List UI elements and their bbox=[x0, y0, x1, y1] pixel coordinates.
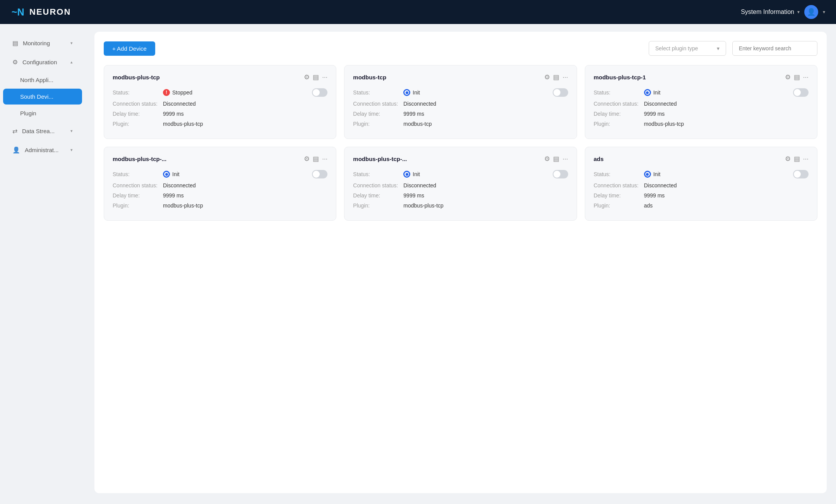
more-icon[interactable]: ··· bbox=[803, 155, 809, 163]
plugin-value: modbus-plus-tcp bbox=[163, 121, 203, 127]
keyword-search-input[interactable] bbox=[732, 41, 817, 56]
connection-row: Connection status: Disconnected bbox=[113, 182, 327, 189]
card-header: modbus-plus-tcp ⚙ ▤ ··· bbox=[113, 73, 327, 81]
delay-label: Delay time: bbox=[113, 111, 163, 117]
svg-text:~N: ~N bbox=[12, 7, 24, 17]
delay-row: Delay time: 9999 ms bbox=[113, 111, 327, 117]
delay-value: 9999 ms bbox=[163, 192, 184, 199]
status-value-row: ! Stopped bbox=[163, 89, 312, 96]
more-icon[interactable]: ··· bbox=[322, 155, 327, 163]
gear-icon[interactable]: ⚙ bbox=[785, 155, 791, 163]
sidebar-item-plugin-label: Plugin bbox=[20, 110, 36, 117]
delay-value: 9999 ms bbox=[644, 111, 665, 117]
more-icon[interactable]: ··· bbox=[322, 74, 327, 81]
card-header: modbus-plus-tcp-1 ⚙ ▤ ··· bbox=[594, 73, 809, 81]
delay-value: 9999 ms bbox=[644, 192, 665, 199]
logo: ~N NEURON bbox=[11, 5, 71, 19]
device-toggle[interactable] bbox=[553, 170, 568, 178]
card-header: modbus-tcp ⚙ ▤ ··· bbox=[353, 73, 568, 81]
user-avatar-button[interactable]: 👤 bbox=[804, 5, 818, 19]
status-row: Status: ! Stopped bbox=[113, 88, 327, 97]
device-toggle[interactable] bbox=[312, 170, 327, 178]
plugin-label: Plugin: bbox=[594, 121, 644, 127]
user-chevron-icon: ▾ bbox=[823, 9, 825, 15]
chart-icon[interactable]: ▤ bbox=[313, 155, 319, 163]
connection-label: Connection status: bbox=[594, 182, 644, 189]
chart-icon[interactable]: ▤ bbox=[794, 155, 800, 163]
connection-value: Disconnected bbox=[403, 101, 436, 107]
user-icon: 👤 bbox=[807, 8, 815, 16]
card-title: modbus-plus-tcp-... bbox=[113, 156, 301, 162]
status-label: Status: bbox=[353, 89, 403, 96]
status-value: Init bbox=[172, 171, 180, 177]
status-value: Init bbox=[653, 89, 661, 96]
connection-value: Disconnected bbox=[644, 182, 677, 189]
card-header: ads ⚙ ▤ ··· bbox=[594, 155, 809, 163]
plugin-label: Plugin: bbox=[113, 202, 163, 209]
card-title: modbus-plus-tcp-1 bbox=[594, 74, 782, 81]
chart-icon[interactable]: ▤ bbox=[553, 73, 559, 81]
chart-icon[interactable]: ▤ bbox=[794, 73, 800, 81]
status-value-row: Init bbox=[403, 171, 552, 178]
data-stream-icon: ⇄ bbox=[12, 127, 17, 135]
gear-icon[interactable]: ⚙ bbox=[544, 73, 550, 81]
device-toggle[interactable] bbox=[312, 88, 327, 97]
gear-icon[interactable]: ⚙ bbox=[785, 73, 791, 81]
sidebar-item-data-stream[interactable]: ⇄ Data Strea... ▾ bbox=[3, 122, 82, 140]
sidebar-item-administration[interactable]: 👤 Administrat... ▾ bbox=[3, 141, 82, 159]
device-toggle[interactable] bbox=[553, 88, 568, 97]
plugin-value: ads bbox=[644, 202, 653, 209]
chart-icon[interactable]: ▤ bbox=[553, 155, 559, 163]
plugin-row: Plugin: modbus-plus-tcp bbox=[113, 121, 327, 127]
connection-row: Connection status: Disconnected bbox=[594, 182, 809, 189]
status-value: Init bbox=[413, 171, 420, 177]
sidebar-item-monitoring[interactable]: ▤ Monitoring ▾ bbox=[3, 34, 82, 52]
plugin-select-chevron-icon: ▾ bbox=[717, 45, 720, 51]
device-toggle[interactable] bbox=[793, 88, 809, 97]
add-device-button[interactable]: + Add Device bbox=[104, 41, 155, 56]
sidebar-item-administration-label: Administrat... bbox=[25, 147, 66, 153]
gear-icon[interactable]: ⚙ bbox=[544, 155, 550, 163]
sidebar-item-south-devi[interactable]: South Devi... bbox=[3, 89, 82, 105]
more-icon[interactable]: ··· bbox=[562, 155, 568, 163]
more-icon[interactable]: ··· bbox=[562, 74, 568, 81]
connection-label: Connection status: bbox=[353, 101, 403, 107]
sidebar-item-north-appli[interactable]: North Appli... bbox=[3, 72, 82, 88]
status-value-row: Init bbox=[403, 89, 552, 96]
device-toggle[interactable] bbox=[793, 170, 809, 178]
plugin-type-select[interactable]: Select plugin type ▾ bbox=[649, 41, 726, 56]
plugin-row: Plugin: ads bbox=[594, 202, 809, 209]
sidebar-item-data-stream-label: Data Strea... bbox=[22, 128, 66, 134]
monitoring-chevron-icon: ▾ bbox=[70, 41, 73, 46]
connection-label: Connection status: bbox=[113, 101, 163, 107]
status-label: Status: bbox=[594, 89, 644, 96]
card-title: modbus-tcp bbox=[353, 74, 541, 81]
delay-row: Delay time: 9999 ms bbox=[113, 192, 327, 199]
status-value: Init bbox=[653, 171, 661, 177]
gear-icon[interactable]: ⚙ bbox=[304, 73, 310, 81]
status-init-icon bbox=[644, 89, 651, 96]
configuration-chevron-icon: ▴ bbox=[70, 60, 73, 65]
status-label: Status: bbox=[113, 89, 163, 96]
header-right: System Information ▾ 👤 ▾ bbox=[741, 5, 825, 19]
sidebar-item-monitoring-label: Monitoring bbox=[23, 40, 66, 46]
plugin-value: modbus-tcp bbox=[403, 121, 432, 127]
status-value-row: Init bbox=[644, 89, 793, 96]
gear-icon[interactable]: ⚙ bbox=[304, 155, 310, 163]
connection-label: Connection status: bbox=[353, 182, 403, 189]
plugin-row: Plugin: modbus-plus-tcp bbox=[594, 121, 809, 127]
delay-value: 9999 ms bbox=[403, 192, 424, 199]
content-card: + Add Device Select plugin type ▾ modbus… bbox=[94, 32, 827, 493]
monitor-icon: ▤ bbox=[12, 39, 18, 47]
delay-row: Delay time: 9999 ms bbox=[594, 111, 809, 117]
connection-row: Connection status: Disconnected bbox=[353, 101, 568, 107]
connection-row: Connection status: Disconnected bbox=[594, 101, 809, 107]
more-icon[interactable]: ··· bbox=[803, 74, 809, 81]
sidebar-item-plugin[interactable]: Plugin bbox=[3, 105, 82, 121]
sidebar-item-configuration[interactable]: ⚙ Configuration ▴ bbox=[3, 53, 82, 71]
system-info-button[interactable]: System Information ▾ bbox=[741, 9, 800, 15]
chart-icon[interactable]: ▤ bbox=[313, 73, 319, 81]
status-row: Status: Init bbox=[594, 170, 809, 178]
status-init-icon bbox=[644, 171, 651, 178]
status-row: Status: Init bbox=[353, 88, 568, 97]
